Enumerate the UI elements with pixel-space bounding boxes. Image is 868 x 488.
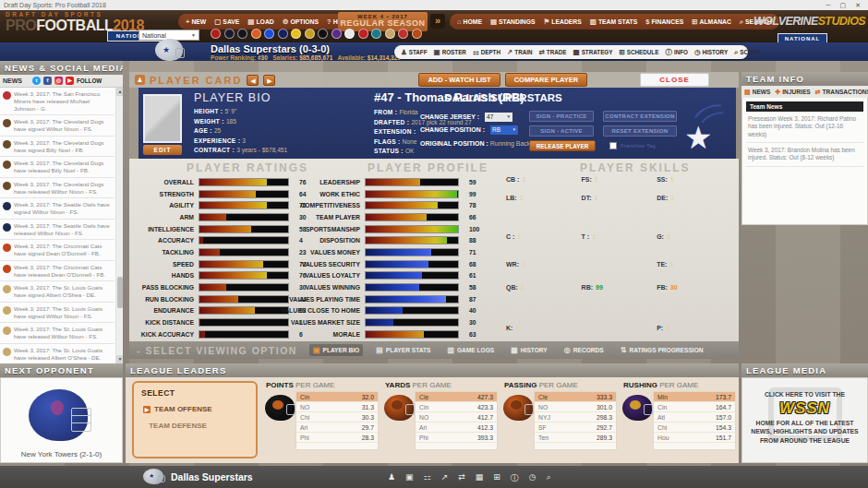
twitter-icon[interactable]: t	[32, 77, 41, 85]
close-card-button[interactable]: CLOSE	[640, 73, 709, 87]
news-item[interactable]: Week 3, 2017: The St. Louis Goats have s…	[0, 303, 115, 324]
sign-active-button[interactable]: SIGN - ACTIVE	[529, 125, 594, 137]
league-team-logo[interactable]	[385, 29, 395, 39]
league-team-logo[interactable]	[278, 29, 288, 39]
team-info-tab-news[interactable]: ▤NEWS	[744, 89, 770, 96]
add-watchlist-button[interactable]: ADD - WATCH LIST	[418, 73, 500, 87]
nav-standings[interactable]: ▤STANDINGS	[490, 18, 536, 26]
league-team-logo[interactable]	[398, 29, 408, 39]
leader-row[interactable]: Hou151.7	[654, 433, 735, 443]
league-media-link[interactable]: CLICK HERE TO VISIT THE WSSN HOME FOR AL…	[741, 377, 868, 463]
menu-load[interactable]: ▤LOAD	[247, 18, 273, 26]
jersey-select[interactable]: 47▼	[485, 113, 512, 122]
franchise-tag-checkbox[interactable]	[609, 142, 617, 149]
nav-home[interactable]: ⌂HOME	[457, 18, 482, 26]
team-news-item[interactable]: Week 3, 2017: Brandon Molina has been in…	[746, 143, 863, 167]
footer-trade-icon[interactable]: ⇄	[458, 472, 465, 484]
league-team-logo[interactable]	[224, 29, 235, 39]
tool-trade[interactable]: ⇄TRADE	[539, 48, 567, 56]
reset-extension-button[interactable]: RESET EXTENSION	[603, 125, 677, 137]
next-player-button[interactable]: ▶	[263, 75, 275, 86]
facebook-icon[interactable]: f	[43, 77, 52, 85]
tool-staff[interactable]: ♟STAFF	[401, 48, 428, 56]
leader-row[interactable]: Ten289.3	[535, 433, 616, 443]
tool-depth[interactable]: ⚏DEPTH	[473, 48, 500, 56]
view-tab-player-stats[interactable]: ▤PLAYER STATS	[372, 344, 434, 356]
view-tab-player-bio[interactable]: ▣PLAYER BIO	[309, 344, 363, 356]
footer-schedule-icon[interactable]: ⊞	[493, 472, 500, 484]
league-team-logo[interactable]	[237, 29, 247, 39]
tool-train[interactable]: ↗TRAIN	[507, 48, 533, 56]
menu-new[interactable]: +NEW	[186, 18, 206, 26]
news-item[interactable]: Week 3, 2017: The St. Louis Goats have r…	[0, 323, 115, 344]
league-team-logo[interactable]	[332, 29, 342, 39]
news-scrollbar[interactable]: ▲ ▼	[115, 88, 123, 363]
view-tab-history[interactable]: ▦HISTORY	[507, 344, 551, 356]
minimize-icon[interactable]: ─	[826, 2, 831, 9]
maximize-icon[interactable]: ▢	[840, 2, 847, 9]
view-tab-records[interactable]: ◎RECORDS	[561, 344, 608, 356]
youtube-icon[interactable]: ▶	[66, 77, 74, 85]
league-team-logo[interactable]	[264, 29, 274, 39]
nav-leaders[interactable]: ⚑LEADERS	[544, 18, 582, 26]
menu-save[interactable]: ▢SAVE	[214, 18, 239, 26]
tool-scout[interactable]: ⌕SCOUT	[734, 48, 760, 57]
leader-row[interactable]: NO412.7	[416, 412, 497, 423]
league-team-logo[interactable]	[318, 29, 328, 39]
league-team-logo[interactable]	[305, 29, 315, 39]
leader-row[interactable]: Phi393.3	[416, 433, 497, 443]
leader-row[interactable]: Chi154.3	[654, 423, 735, 433]
leader-row[interactable]: Cle333.3	[535, 392, 616, 402]
leader-row[interactable]: Chi30.3	[296, 412, 378, 423]
menu-options[interactable]: ⚙OPTIONS	[283, 18, 319, 26]
sign-practice-button[interactable]: SIGN - PRACTICE	[529, 111, 594, 122]
leader-row[interactable]: Phi28.3	[296, 433, 378, 443]
leader-row[interactable]: NO31.3	[296, 402, 378, 412]
leader-row[interactable]: NO301.0	[535, 402, 616, 412]
leaders-option-team-offense[interactable]: ▶TEAM OFFENSE	[141, 405, 248, 413]
tool-info[interactable]: ⓘINFO	[665, 48, 688, 57]
tab-news[interactable]: NEWS	[3, 77, 22, 84]
nav-team-stats[interactable]: ▥TEAM STATS	[590, 18, 638, 26]
leader-row[interactable]: Ari29.7	[296, 423, 378, 433]
tool-strategy[interactable]: ▦STRATEGY	[573, 48, 613, 56]
league-team-logo[interactable]	[291, 29, 301, 39]
footer-train-icon[interactable]: ↗	[441, 472, 449, 484]
news-item[interactable]: Week 3, 2017: The Cleveland Dogs have si…	[0, 137, 115, 158]
edit-player-button[interactable]: EDIT	[143, 145, 182, 155]
close-window-icon[interactable]: ✕	[855, 2, 861, 9]
news-item[interactable]: Week 3, 2017: The San Francisco Miners h…	[0, 88, 115, 115]
news-item[interactable]: Week 3, 2017: The Cincinnati Cats have s…	[0, 240, 115, 261]
league-team-logo[interactable]	[358, 29, 368, 39]
release-player-button[interactable]: RELEASE PLAYER	[529, 140, 596, 151]
news-item[interactable]: Week 3, 2017: The Seattle Owls have sign…	[0, 198, 115, 220]
news-item[interactable]: Week 3, 2017: The Cleveland Dogs have si…	[0, 115, 115, 137]
leaders-option-team-defense[interactable]: TEAM DEFENSE	[141, 422, 248, 430]
leader-row[interactable]: Ari412.3	[416, 423, 497, 433]
league-team-logo[interactable]	[211, 29, 221, 39]
leader-row[interactable]: Cin423.3	[416, 402, 497, 412]
team-info-tab-injuries[interactable]: ✚INJURIES	[775, 89, 810, 96]
league-team-logo[interactable]	[412, 29, 422, 39]
news-item[interactable]: Week 3, 2017: The Cleveland Dogs have re…	[0, 157, 115, 178]
leader-row[interactable]: Min173.7	[654, 392, 735, 402]
leader-row[interactable]: SF292.7	[535, 423, 616, 433]
scroll-down-icon[interactable]: ▼	[116, 355, 123, 363]
tool-history[interactable]: ◷HISTORY	[694, 48, 728, 56]
news-item[interactable]: Week 3, 2017: The St. Louis Goats have s…	[0, 281, 115, 303]
view-tab-ratings-progression[interactable]: ⇅RATINGS PROGRESSION	[617, 344, 707, 356]
footer-info-icon[interactable]: ⓘ	[511, 472, 519, 484]
news-item[interactable]: Week 3, 2017: The Seattle Owls have rele…	[0, 220, 115, 241]
leader-row[interactable]: Atl157.0	[654, 412, 735, 423]
contract-extension-button[interactable]: CONTRACT EXTENSION	[603, 111, 677, 122]
team-info-tab-transactions[interactable]: ⇄TRANSACTIONS	[815, 89, 868, 96]
footer-scout-icon[interactable]: ⌕	[547, 472, 551, 484]
leader-row[interactable]: Cin32.0	[296, 392, 378, 402]
news-item[interactable]: Week 3, 2017: The St. Louis Goats have r…	[0, 344, 115, 363]
news-item[interactable]: Week 3, 2017: The Cincinnati Cats have r…	[0, 261, 115, 282]
footer-staff-icon[interactable]: ♟	[388, 472, 395, 484]
nav-almanac[interactable]: ⊞ALMANAC	[692, 18, 731, 26]
league-team-logo[interactable]	[371, 29, 381, 39]
footer-depth-icon[interactable]: ⚏	[424, 472, 431, 484]
follow-link[interactable]: FOLLOW	[77, 77, 102, 84]
